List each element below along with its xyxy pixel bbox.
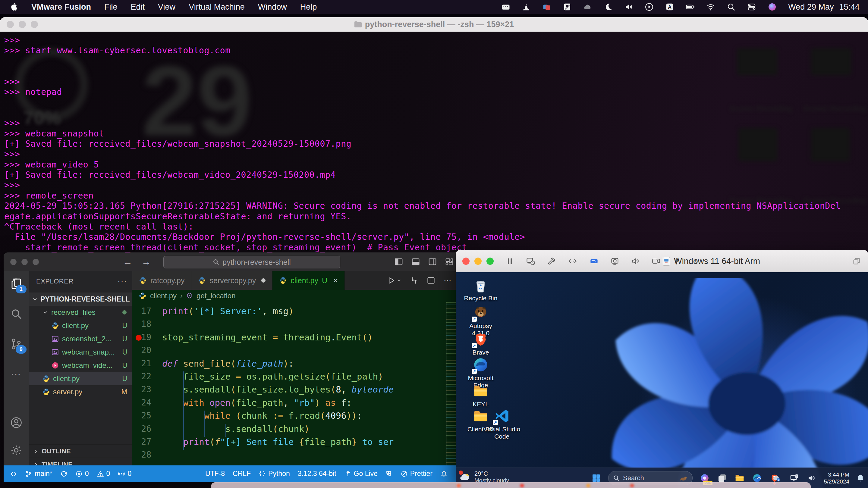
vscode-title-bar[interactable]: ← → python-reverse-shell — [4, 253, 461, 271]
winfolder-taskbar-icon[interactable] — [734, 473, 745, 484]
file-row-client-py[interactable]: client.pyU — [29, 319, 132, 332]
snapshot-icon[interactable] — [526, 257, 535, 266]
outline-section[interactable]: OUTLINE — [29, 444, 132, 458]
breakpoint-icon[interactable] — [135, 335, 142, 341]
speaker-tray-icon[interactable] — [806, 473, 817, 484]
tab-client-py[interactable]: client.pyU× — [273, 271, 345, 290]
cloud-icon[interactable] — [583, 2, 593, 12]
status-crlf[interactable]: CRLF — [229, 469, 255, 478]
split-editor-icon[interactable] — [427, 276, 435, 285]
activity-source-control-icon[interactable]: 9 — [9, 337, 24, 351]
terminal-title-bar[interactable]: python-reverse-shell — -zsh — 159×21 — [0, 17, 868, 32]
keyboard-icon[interactable] — [501, 2, 511, 12]
status-extensions[interactable] — [381, 470, 397, 478]
command-center-search[interactable]: python-reverse-shell — [163, 256, 340, 268]
open-changes-icon[interactable] — [410, 276, 418, 285]
vscode-zoom-button[interactable] — [33, 259, 39, 265]
pause-icon[interactable] — [506, 257, 514, 265]
explorer-more-actions-icon[interactable]: ··· — [118, 276, 127, 286]
tab-ratcopy-py[interactable]: ratcopy.py — [132, 271, 191, 290]
start-button-icon[interactable] — [591, 473, 601, 484]
battery-icon[interactable] — [685, 2, 695, 12]
vmware-minimize-button[interactable] — [474, 258, 482, 265]
activity-explorer-icon[interactable]: 1 — [9, 276, 24, 291]
siri-icon[interactable] — [767, 2, 777, 12]
file-row-webcam-vide-[interactable]: webcam_vide...U — [29, 359, 132, 372]
copilot-taskbar-icon[interactable]: PRE — [699, 473, 710, 484]
explorer-root-folder[interactable]: PYTHON-REVERSE-SHELL — [29, 293, 132, 306]
play-icon[interactable] — [644, 2, 654, 12]
file-row-received-files[interactable]: received_files — [29, 306, 132, 319]
editor-more-actions-icon[interactable]: ⋯ — [444, 276, 452, 285]
status-0[interactable]: 0 — [71, 469, 93, 478]
camera-icon[interactable] — [611, 257, 619, 265]
grayapp-taskbar-icon[interactable] — [717, 473, 727, 484]
code-editor[interactable]: 171819202122232425262728 print('[*] Serv… — [132, 302, 461, 465]
vmware-icon[interactable] — [541, 2, 552, 12]
status-0[interactable]: 0 — [114, 469, 135, 478]
codeangle-icon[interactable] — [568, 257, 578, 265]
status-3-12-3-64-bit[interactable]: 3.12.3 64-bit — [294, 469, 340, 478]
chevron-up-icon[interactable] — [754, 473, 765, 484]
menu-item-view[interactable]: View — [158, 2, 176, 12]
file-row-server-py[interactable]: server.pyM — [29, 385, 132, 398]
vmware-zoom-button[interactable] — [487, 258, 494, 265]
windows-desktop[interactable]: Recycle Bin↗Autopsy 4.21.0↗Brave↗Microso… — [456, 272, 868, 488]
tab-close-icon[interactable]: × — [333, 276, 338, 285]
toggle-panel-icon[interactable] — [411, 257, 420, 266]
customize-layout-icon[interactable] — [445, 257, 454, 266]
toggle-sidebar-icon[interactable] — [394, 257, 403, 266]
wifi-icon[interactable] — [706, 2, 716, 12]
vscode-close-button[interactable] — [10, 259, 17, 265]
harddisk-icon[interactable] — [590, 257, 598, 265]
menu-bar-clock[interactable]: Wed 29 May 15:44 — [788, 2, 860, 12]
volume-icon[interactable] — [624, 2, 634, 12]
file-row-client-py[interactable]: client.pyU — [29, 372, 132, 385]
macos-dock-edge[interactable] — [211, 482, 811, 488]
menu-item-help[interactable]: Help — [300, 2, 317, 12]
spotlight-icon[interactable] — [726, 2, 736, 12]
menu-item-window[interactable]: Window — [258, 2, 287, 12]
notification-bell-icon[interactable] — [856, 474, 865, 483]
desktop-icon-keyl[interactable]: KEYL — [461, 383, 500, 408]
cloud-tray-icon[interactable]: i — [771, 473, 782, 484]
status-utf-8[interactable]: UTF-8 — [201, 469, 229, 478]
desktop-icon-brave[interactable]: ↗Brave — [461, 331, 500, 356]
accounts-icon[interactable] — [9, 415, 24, 430]
vscode-minimize-button[interactable] — [22, 259, 28, 265]
menu-item-file[interactable]: File — [104, 2, 118, 12]
status-0[interactable]: 0 — [93, 469, 114, 478]
status-main-[interactable]: main* — [21, 469, 56, 478]
desktop-icon-visual-studio-code[interactable]: ↗Visual Studio Code — [482, 408, 521, 440]
toggle-secondary-sidebar-icon[interactable] — [428, 257, 437, 266]
input-a-icon[interactable]: A — [664, 2, 675, 12]
desktop-icon-recycle-bin[interactable]: Recycle Bin — [461, 277, 500, 302]
status-remote[interactable] — [6, 470, 21, 478]
vmware-title-bar[interactable]: Windows 11 64-bit Arm — [456, 250, 868, 272]
monitor-tray-icon[interactable] — [789, 473, 800, 484]
history-forward-button[interactable]: → — [141, 256, 151, 267]
moon-icon[interactable] — [603, 2, 613, 12]
file-row-webcam-snap-[interactable]: webcam_snap...U — [29, 346, 132, 359]
status-sync[interactable] — [56, 470, 71, 478]
control-center-icon[interactable] — [747, 2, 757, 12]
status-bell[interactable] — [436, 470, 452, 478]
history-back-button[interactable]: ← — [123, 256, 132, 267]
restore-window-icon[interactable] — [852, 257, 861, 265]
vlc-icon[interactable] — [521, 2, 531, 12]
status-python[interactable]: Python — [255, 469, 294, 478]
menu-item-app[interactable]: VMware Fusion — [31, 2, 91, 12]
activity-more-icon[interactable]: ⋯ — [9, 367, 24, 381]
menu-item-virtual-machine[interactable]: Virtual Machine — [189, 2, 245, 12]
file-row-screenshot-2-[interactable]: screenshot_2...U — [29, 332, 132, 346]
videocam-icon[interactable] — [652, 257, 661, 265]
breadcrumb-file[interactable]: client.py — [150, 292, 177, 300]
status-go-live[interactable]: Go Live — [340, 469, 381, 478]
activity-search-icon[interactable] — [9, 307, 24, 321]
settings-gear-icon[interactable] — [9, 443, 24, 458]
screenrec-icon[interactable] — [562, 2, 572, 12]
menu-item-edit[interactable]: Edit — [131, 2, 145, 12]
tab-servercopy-py[interactable]: servercopy.py — [191, 271, 273, 290]
vmware-close-button[interactable] — [462, 258, 470, 265]
taskbar-clock[interactable]: 3:44 PM 5/29/2024 — [824, 471, 849, 485]
